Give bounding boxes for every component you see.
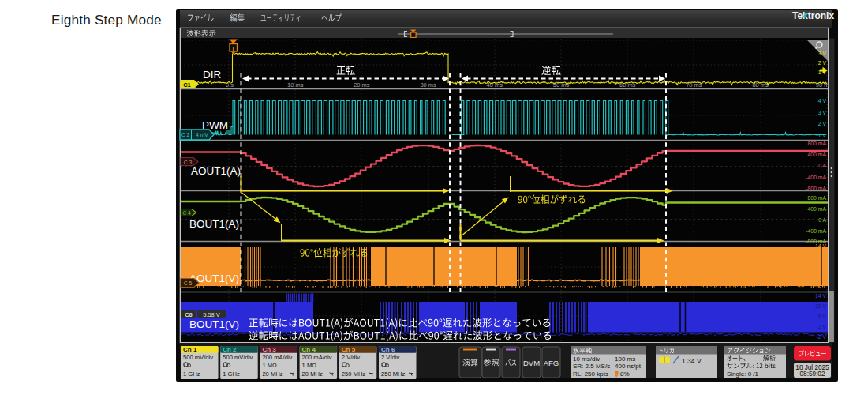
svg-text:8%: 8%: [620, 371, 630, 378]
svg-text:-2 V: -2 V: [817, 334, 827, 340]
svg-text:200 mA/div: 200 mA/div: [262, 354, 292, 361]
svg-text:2 V: 2 V: [818, 324, 827, 329]
svg-text:2 V/div: 2 V/div: [381, 354, 399, 361]
svg-text:2 V/div: 2 V/div: [342, 354, 360, 361]
svg-text:250 MHz: 250 MHz: [342, 371, 366, 378]
svg-text:DVM: DVM: [523, 359, 540, 367]
svg-text:1 GHz: 1 GHz: [183, 371, 200, 378]
svg-text:C 3: C 3: [184, 160, 193, 165]
svg-text:C6: C6: [185, 311, 193, 318]
svg-text:RL: 250 kpts: RL: 250 kpts: [573, 371, 608, 378]
svg-text:Ch 3: Ch 3: [262, 346, 276, 353]
svg-text:400 mA: 400 mA: [808, 206, 827, 212]
svg-text:Tektronix: Tektronix: [792, 10, 834, 21]
svg-text:800 mA: 800 mA: [808, 195, 827, 201]
svg-text:C 2: C 2: [181, 132, 190, 137]
svg-text:C 5: C 5: [184, 280, 193, 286]
svg-text:400 ns/pt: 400 ns/pt: [615, 363, 642, 370]
svg-text:100 ms: 100 ms: [615, 356, 635, 363]
svg-text:10 ms: 10 ms: [287, 81, 304, 88]
svg-text:250 MHz: 250 MHz: [381, 371, 406, 378]
svg-text:0 A: 0 A: [818, 163, 826, 168]
svg-text:AFG: AFG: [544, 359, 559, 367]
svg-text:-2 V: -2 V: [817, 283, 827, 288]
svg-text:14 V: 14 V: [815, 293, 826, 299]
svg-text:4 mV: 4 mV: [196, 132, 208, 137]
svg-text:08:59:02: 08:59:02: [800, 371, 825, 378]
svg-text:AOUT1(A): AOUT1(A): [191, 165, 241, 177]
svg-text:3 V: 3 V: [818, 51, 827, 56]
svg-text:1.34 V: 1.34 V: [682, 357, 702, 365]
svg-text:1 MΩ: 1 MΩ: [302, 362, 317, 369]
svg-text:10 V: 10 V: [815, 303, 826, 309]
svg-text:-800 mA: -800 mA: [806, 186, 826, 191]
svg-text:SR: 2.5 MS/s: SR: 2.5 MS/s: [573, 363, 610, 370]
svg-text:200 mA/div: 200 mA/div: [302, 354, 332, 361]
svg-text:800 mA: 800 mA: [808, 141, 827, 146]
svg-text:Ch 4: Ch 4: [302, 346, 316, 353]
svg-text:1 MΩ: 1 MΩ: [262, 362, 277, 369]
svg-text:DIR: DIR: [203, 69, 222, 81]
svg-text:20 ms: 20 ms: [354, 81, 370, 88]
svg-text:5.58 V: 5.58 V: [203, 311, 220, 318]
svg-text:-400 mA: -400 mA: [806, 228, 826, 234]
svg-text:C 4: C 4: [182, 210, 191, 216]
svg-text:PWM: PWM: [202, 119, 228, 131]
svg-text:1 V: 1 V: [818, 133, 827, 138]
svg-text:1 GHz: 1 GHz: [223, 371, 240, 378]
svg-text:Ch 1: Ch 1: [183, 346, 197, 353]
svg-text:-400 mA: -400 mA: [806, 175, 826, 180]
svg-text:C1: C1: [183, 81, 191, 88]
svg-text:10 ms/div: 10 ms/div: [573, 356, 600, 363]
svg-text:Single: 0 /1: Single: 0 /1: [727, 371, 759, 378]
svg-text:6 V: 6 V: [818, 314, 827, 319]
svg-text:500 mV/div: 500 mV/div: [223, 354, 253, 361]
svg-text:500 mV/div: 500 mV/div: [183, 354, 213, 361]
svg-text:4 V: 4 V: [818, 98, 827, 103]
svg-text:BOUT1(A): BOUT1(A): [189, 218, 239, 230]
svg-text:20 MHz: 20 MHz: [302, 371, 323, 378]
svg-text:10 V: 10 V: [815, 253, 826, 258]
svg-text:2 V: 2 V: [818, 60, 827, 66]
svg-text:2 V: 2 V: [818, 121, 827, 126]
svg-text:Ch 5: Ch 5: [342, 346, 356, 353]
svg-text:Ch 6: Ch 6: [381, 346, 395, 353]
svg-text:3 V: 3 V: [818, 110, 827, 115]
svg-text:0 A: 0 A: [818, 217, 826, 223]
svg-text:400 mA: 400 mA: [808, 152, 827, 157]
svg-text:30 ms: 30 ms: [420, 81, 436, 88]
svg-text:20 MHz: 20 MHz: [262, 371, 282, 378]
svg-text:Ch 2: Ch 2: [223, 346, 237, 353]
svg-text:T: T: [231, 45, 235, 52]
svg-text:6 V: 6 V: [818, 263, 827, 269]
svg-text:BOUT1(V): BOUT1(V): [189, 318, 239, 330]
svg-text:14 V: 14 V: [815, 243, 826, 249]
svg-text:2 V: 2 V: [818, 273, 827, 278]
